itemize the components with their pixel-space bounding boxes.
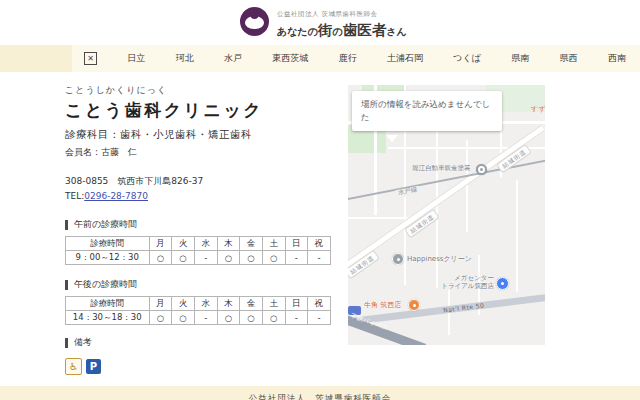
site-header: 公益社団法人 茨城県歯科医師会 あなたの 街 の 歯医者 さん bbox=[0, 0, 640, 45]
tel-link[interactable]: 0296-28-7870 bbox=[84, 191, 148, 201]
map-label-mega-center[interactable]: メガセンタートライアル筑西店 bbox=[434, 275, 494, 291]
section-bar-icon bbox=[65, 220, 68, 230]
mark-cell: - bbox=[194, 251, 217, 265]
nav-item-hitachi[interactable]: 日立 bbox=[127, 52, 145, 65]
nav-item-rokko[interactable]: 鹿行 bbox=[339, 52, 357, 65]
site-logo[interactable]: 公益社団法人 茨城県歯科医師会 あなたの 街 の 歯医者 さん bbox=[240, 7, 407, 40]
col-header: 祝 bbox=[308, 297, 331, 311]
section-bar-icon bbox=[65, 338, 68, 348]
section-remarks: 備考 bbox=[65, 336, 335, 349]
nav-item-kahoku[interactable]: 珂北 bbox=[176, 52, 194, 65]
region-nav: ✕ 日立 珂北 水戸 東西茨城 鹿行 土浦石岡 つくば 県南 県西 西南 bbox=[0, 45, 640, 72]
mark-cell: ○ bbox=[149, 311, 172, 325]
col-header: 日 bbox=[285, 297, 308, 311]
col-header: 土 bbox=[262, 237, 285, 251]
mark-cell: ○ bbox=[262, 311, 285, 325]
section-bar-icon bbox=[65, 280, 68, 290]
nav-item-mito[interactable]: 水戸 bbox=[224, 52, 242, 65]
col-header: 月 bbox=[149, 297, 172, 311]
mark-cell: ○ bbox=[172, 251, 195, 265]
wheelchair-accessible-icon: ♿ bbox=[65, 358, 82, 375]
section-afternoon-hours: 午後の診療時間 bbox=[65, 278, 335, 291]
mark-cell: ○ bbox=[217, 311, 240, 325]
map-label-happiness[interactable]: Happinessクリーン bbox=[407, 255, 472, 263]
remarks-title: 備考 bbox=[74, 336, 92, 349]
tagline-part: さん bbox=[386, 25, 406, 39]
parking-icon: P bbox=[86, 359, 101, 374]
footer-org-name: 公益社団法人 茨城県歯科医師会 bbox=[0, 386, 640, 400]
mark-cell: - bbox=[308, 311, 331, 325]
mark-cell: - bbox=[285, 251, 308, 265]
poi-horie-icon[interactable] bbox=[476, 164, 487, 175]
map-label-horie[interactable]: 堀江自動車鈑金塗装 bbox=[412, 165, 471, 173]
col-header: 水 bbox=[194, 237, 217, 251]
clinic-departments: 診療科目：歯科・小児歯科・矯正歯科 bbox=[65, 128, 335, 142]
col-header: 金 bbox=[240, 237, 263, 251]
afternoon-hours-title: 午後の診療時間 bbox=[74, 278, 137, 291]
map-label-gyukaku[interactable]: 牛角 筑西店 bbox=[364, 301, 401, 309]
tel-label: TEL: bbox=[65, 191, 84, 201]
logo-text: 公益社団法人 茨城県歯科医師会 あなたの 街 の 歯医者 さん bbox=[277, 7, 407, 40]
table-header-row: 診療時間 月 火 水 木 金 土 日 祝 bbox=[66, 297, 331, 311]
map-label-suzumori[interactable]: すずもり bbox=[531, 105, 545, 113]
org-name-small: 公益社団法人 茨城県歯科医師会 bbox=[277, 10, 407, 19]
time-range: 14：30～18：30 bbox=[66, 311, 150, 325]
col-header: 祝 bbox=[308, 237, 331, 251]
nav-item-tsukuba[interactable]: つくば bbox=[453, 52, 481, 65]
col-header: 木 bbox=[217, 237, 240, 251]
mark-cell: - bbox=[308, 251, 331, 265]
clinic-detail: ことうしかくりにっく ことう歯科クリニック 診療科目：歯科・小児歯科・矯正歯科 … bbox=[65, 84, 335, 400]
page: 公益社団法人 茨城県歯科医師会 あなたの 街 の 歯医者 さん ✕ 日立 珂北 … bbox=[0, 0, 640, 400]
col-header: 日 bbox=[285, 237, 308, 251]
time-range: 9：00～12：30 bbox=[66, 251, 150, 265]
col-header: 月 bbox=[149, 237, 172, 251]
map-bubble-arrow bbox=[386, 135, 398, 148]
mark-cell: ○ bbox=[217, 251, 240, 265]
table-row: 9：00～12：30 ○ ○ - ○ ○ ○ - - bbox=[66, 251, 331, 265]
tagline-part: の bbox=[332, 25, 342, 39]
nav-item-kensei[interactable]: 県西 bbox=[560, 52, 578, 65]
nav-items: ✕ 日立 珂北 水戸 東西茨城 鹿行 土浦石岡 つくば 県南 県西 西南 bbox=[84, 45, 626, 72]
poi-gyukaku-icon[interactable] bbox=[408, 299, 420, 311]
section-morning-hours: 午前の診療時間 bbox=[65, 218, 335, 231]
poi-happiness-icon[interactable] bbox=[392, 253, 404, 265]
nav-left-accent bbox=[0, 45, 72, 72]
clinic-member-name: 会員名：古藤 仁 bbox=[65, 146, 335, 159]
tagline-part: あなたの bbox=[277, 25, 318, 39]
col-header: 金 bbox=[240, 297, 263, 311]
map-label-mito-line: 水戸線 bbox=[395, 186, 420, 198]
dental-association-logo-icon bbox=[240, 7, 269, 36]
afternoon-hours-table: 診療時間 月 火 水 木 金 土 日 祝 14：30～18：30 ○ ○ - ○… bbox=[65, 296, 331, 325]
tagline-part: 街 bbox=[318, 21, 333, 40]
nav-item-seinan[interactable]: 西南 bbox=[608, 52, 626, 65]
poi-mega-center-icon[interactable] bbox=[496, 277, 509, 290]
mark-cell: - bbox=[285, 311, 308, 325]
clinic-furigana: ことうしかくりにっく bbox=[65, 84, 335, 97]
col-header: 水 bbox=[194, 297, 217, 311]
col-header: 木 bbox=[217, 297, 240, 311]
mark-cell: ○ bbox=[172, 311, 195, 325]
location-map[interactable]: すずもり 結城街道 結城街道 結城街道 堀江自動車鈑金塗装 水戸線 Happin… bbox=[348, 85, 545, 345]
site-tagline: あなたの 街 の 歯医者 さん bbox=[277, 21, 407, 40]
clinic-address: 308-0855 筑西市下川島826-37 bbox=[65, 175, 335, 188]
mark-cell: ○ bbox=[240, 251, 263, 265]
nav-item-tozai-ibaraki[interactable]: 東西茨城 bbox=[272, 52, 308, 65]
mark-cell: - bbox=[194, 311, 217, 325]
home-icon[interactable]: ✕ bbox=[84, 52, 97, 65]
col-header: 火 bbox=[172, 297, 195, 311]
mark-cell: ○ bbox=[240, 311, 263, 325]
clinic-tel-line: TEL:0296-28-7870 bbox=[65, 191, 335, 201]
col-header: 土 bbox=[262, 297, 285, 311]
facility-icons: ♿ P bbox=[65, 358, 335, 375]
map-road bbox=[516, 180, 518, 292]
col-header: 診療時間 bbox=[66, 237, 150, 251]
col-header: 診療時間 bbox=[66, 297, 150, 311]
site-footer: 公益社団法人 茨城県歯科医師会 bbox=[0, 386, 640, 400]
map-error-bubble: 場所の情報を読み込めませんでした bbox=[352, 91, 502, 131]
nav-item-tsuchiura-ishioka[interactable]: 土浦石岡 bbox=[387, 52, 423, 65]
clinic-name: ことう歯科クリニック bbox=[65, 99, 335, 122]
mark-cell: ○ bbox=[149, 251, 172, 265]
map-road bbox=[466, 140, 468, 232]
mark-cell: ○ bbox=[262, 251, 285, 265]
nav-item-kennan[interactable]: 県南 bbox=[511, 52, 529, 65]
